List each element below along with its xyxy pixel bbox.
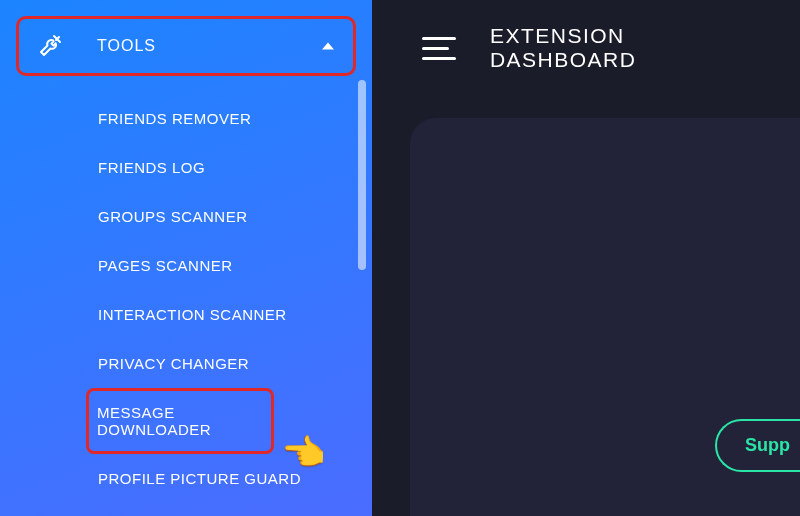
- chevron-up-icon: [321, 39, 335, 53]
- tools-menu: FRIENDS REMOVER FRIENDS LOG GROUPS SCANN…: [0, 94, 372, 503]
- support-button-label: Supp: [745, 435, 790, 455]
- sidebar-item-label: FRIENDS LOG: [98, 159, 205, 176]
- sidebar: TOOLS FRIENDS REMOVER FRIENDS LOG GROUPS…: [0, 0, 372, 516]
- tools-icon: [37, 33, 63, 59]
- sidebar-item-message-downloader[interactable]: MESSAGE DOWNLOADER: [86, 388, 274, 454]
- sidebar-item-label: INTERACTION SCANNER: [98, 306, 287, 323]
- svg-marker-0: [322, 42, 334, 49]
- main-area: EXTENSION DASHBOARD Supp: [372, 0, 800, 516]
- sidebar-scrollbar[interactable]: [358, 80, 366, 270]
- tools-label: TOOLS: [97, 37, 321, 55]
- support-button[interactable]: Supp: [715, 419, 800, 472]
- sidebar-item-interaction-scanner[interactable]: INTERACTION SCANNER: [90, 290, 372, 339]
- content-panel: Supp: [410, 118, 800, 516]
- topbar: EXTENSION DASHBOARD: [372, 0, 800, 90]
- sidebar-item-friends-log[interactable]: FRIENDS LOG: [90, 143, 372, 192]
- sidebar-item-label: GROUPS SCANNER: [98, 208, 248, 225]
- page-title: EXTENSION DASHBOARD: [490, 24, 778, 72]
- sidebar-item-label: PAGES SCANNER: [98, 257, 233, 274]
- tools-section-header[interactable]: TOOLS: [16, 16, 356, 76]
- sidebar-item-friends-remover[interactable]: FRIENDS REMOVER: [90, 94, 372, 143]
- sidebar-item-pages-scanner[interactable]: PAGES SCANNER: [90, 241, 372, 290]
- sidebar-item-groups-scanner[interactable]: GROUPS SCANNER: [90, 192, 372, 241]
- hamburger-icon[interactable]: [422, 37, 456, 60]
- sidebar-item-label: MESSAGE DOWNLOADER: [97, 404, 211, 438]
- sidebar-item-label: FRIENDS REMOVER: [98, 110, 251, 127]
- sidebar-item-label: PRIVACY CHANGER: [98, 355, 249, 372]
- sidebar-item-label: PROFILE PICTURE GUARD: [98, 470, 301, 487]
- sidebar-item-privacy-changer[interactable]: PRIVACY CHANGER: [90, 339, 372, 388]
- sidebar-item-profile-picture-guard[interactable]: PROFILE PICTURE GUARD: [90, 454, 372, 503]
